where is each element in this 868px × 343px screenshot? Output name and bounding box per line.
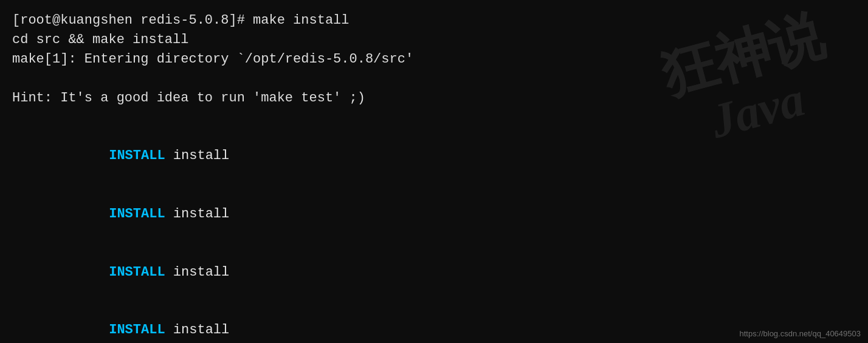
install-value-3: install [165, 265, 230, 280]
terminal-line-3: make[1]: Entering directory `/opt/redis-… [12, 50, 856, 69]
terminal-window: [root@kuangshen redis-5.0.8]# make insta… [0, 0, 868, 343]
install-line-1: INSTALL install [61, 127, 856, 186]
install-keyword-2: INSTALL [109, 206, 165, 222]
terminal-line-1: [root@kuangshen redis-5.0.8]# make insta… [12, 11, 856, 30]
install-value-1: install [165, 148, 230, 163]
install-keyword-4: INSTALL [109, 322, 165, 338]
install-line-2: INSTALL install [61, 185, 856, 243]
install-value-4: install [165, 322, 230, 338]
terminal-line-2: cd src && make install [12, 30, 856, 50]
terminal-line-6 [12, 108, 856, 127]
install-line-4: INSTALL install [61, 302, 856, 343]
install-keyword-3: INSTALL [109, 265, 165, 280]
install-keyword-1: INSTALL [109, 148, 165, 163]
terminal-line-5: Hint: It's a good idea to run 'make test… [12, 89, 856, 108]
install-value-2: install [165, 206, 230, 222]
install-block: INSTALL install INSTALL install INSTALL … [12, 127, 856, 343]
install-line-3: INSTALL install [61, 243, 856, 302]
terminal-line-4 [12, 69, 856, 89]
csdn-link: https://blog.csdn.net/qq_40649503 [740, 329, 861, 338]
